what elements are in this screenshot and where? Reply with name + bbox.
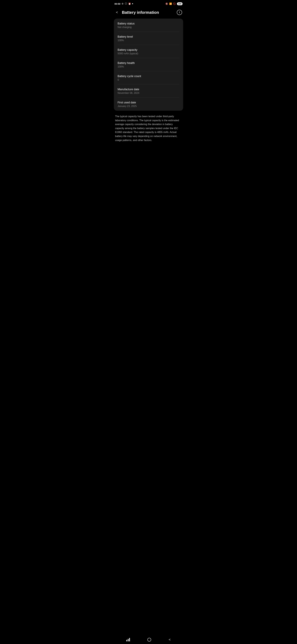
manufacture-date-item: Manufacture date November 08, 2024	[114, 84, 183, 98]
status-bar: 00:50 ⚙ ⓘ ⏰ 🔇 📶 🚫 100	[111, 0, 186, 7]
back-nav-icon: <	[169, 638, 171, 642]
battery-status-item: Battery status Not charging	[114, 18, 183, 32]
manufacture-date-value: November 08, 2024	[118, 92, 179, 94]
battery-health-value: 100%	[118, 65, 179, 68]
back-arrow-icon: <	[116, 10, 118, 14]
battery-level-indicator: 100	[177, 2, 183, 5]
battery-cycle-count-label: Battery cycle count	[118, 74, 179, 78]
recent-apps-icon	[126, 638, 130, 641]
blocked-icon: 🚫	[173, 2, 176, 5]
info-icon: ⓘ	[125, 2, 127, 5]
home-icon	[147, 638, 151, 642]
nav-bar: <	[111, 635, 186, 644]
back-button[interactable]: <	[114, 9, 120, 16]
status-time: 00:50	[114, 2, 120, 5]
battery-status-label: Battery status	[118, 22, 179, 25]
battery-level-item: Battery level 100%	[114, 32, 183, 45]
battery-info-card: Battery status Not charging Battery leve…	[114, 18, 183, 111]
recent-apps-button[interactable]	[126, 638, 130, 641]
first-used-date-label: First used date	[118, 101, 179, 104]
wifi-icon: 📶	[169, 2, 172, 5]
description-text: The typical capacity has been tested und…	[111, 111, 186, 145]
manufacture-date-label: Manufacture date	[118, 88, 179, 91]
mute-icon: 🔇	[165, 2, 168, 5]
battery-level-value: 100%	[118, 39, 179, 42]
page-title: Battery information	[122, 10, 159, 15]
battery-capacity-item: Battery capacity 5000 mAh (typical)	[114, 45, 183, 58]
first-used-date-value: January 23, 2025	[118, 105, 179, 108]
battery-health-label: Battery health	[118, 62, 179, 65]
back-nav-button[interactable]: <	[169, 638, 171, 642]
battery-capacity-value: 5000 mAh (typical)	[118, 52, 179, 55]
battery-capacity-label: Battery capacity	[118, 48, 179, 52]
first-used-date-item: First used date January 23, 2025	[114, 98, 183, 111]
info-circle-icon: i	[177, 10, 182, 15]
header: < Battery information i	[111, 7, 186, 18]
content-wrapper: < Battery information i Battery status N…	[111, 7, 186, 156]
gear-icon: ⚙	[122, 2, 124, 5]
alarm-icon: ⏰	[128, 2, 131, 5]
battery-cycle-count-value: 0	[118, 78, 179, 81]
header-left: < Battery information	[114, 9, 159, 16]
battery-status-value: Not charging	[118, 26, 179, 29]
battery-level-label: Battery level	[118, 35, 179, 38]
status-bar-right: 🔇 📶 🚫 100	[165, 2, 183, 5]
status-bar-left: 00:50 ⚙ ⓘ ⏰	[114, 2, 133, 5]
battery-health-item: Battery health 100%	[114, 58, 183, 71]
battery-cycle-count-item: Battery cycle count 0	[114, 71, 183, 84]
info-button[interactable]: i	[176, 9, 183, 16]
notification-dot	[132, 3, 133, 4]
home-button[interactable]	[147, 638, 151, 642]
